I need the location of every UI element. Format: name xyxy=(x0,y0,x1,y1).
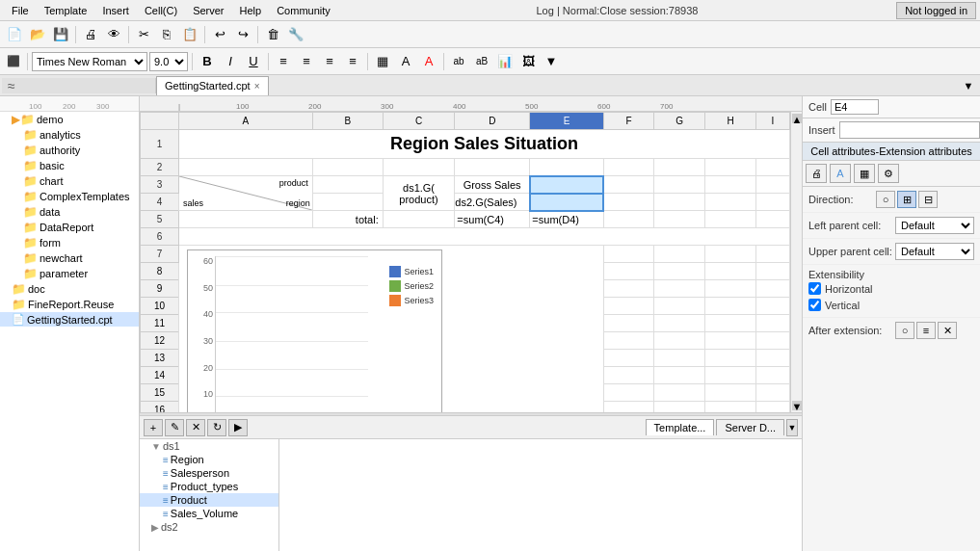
preview-ds-button[interactable]: ▶ xyxy=(228,419,248,436)
new-button[interactable]: 📄 xyxy=(4,24,25,45)
attr-btn-2[interactable]: A xyxy=(830,164,851,183)
cell-I9[interactable] xyxy=(755,280,789,298)
tree-item-form[interactable]: 📁 form xyxy=(0,235,139,250)
cell-F8[interactable] xyxy=(603,263,654,280)
ds1-item[interactable]: ▼ ds1 xyxy=(140,439,278,453)
after-ext-del-btn[interactable]: ✕ xyxy=(938,322,957,339)
cell-H4[interactable] xyxy=(705,194,756,211)
cell-F16[interactable] xyxy=(603,402,654,413)
insert-chart-button[interactable]: 📊 xyxy=(494,51,516,72)
cell-G13[interactable] xyxy=(654,350,705,367)
delete-button[interactable]: 🗑 xyxy=(262,24,283,45)
cell-I7[interactable] xyxy=(755,246,789,263)
more-button[interactable]: ▼ xyxy=(541,51,562,72)
horizontal-checkbox[interactable] xyxy=(808,282,821,295)
cell-G11[interactable] xyxy=(654,315,705,332)
cell-H3[interactable] xyxy=(705,176,756,194)
cell-B2[interactable] xyxy=(312,159,383,176)
cell-I2[interactable] xyxy=(755,159,789,176)
ds1-region-item[interactable]: ≡ Region xyxy=(140,453,278,466)
cell-G16[interactable] xyxy=(654,402,705,413)
cell-I11[interactable] xyxy=(755,315,789,332)
cell-F15[interactable] xyxy=(603,384,654,402)
after-ext-none-btn[interactable]: ○ xyxy=(895,322,914,339)
cell-F12[interactable] xyxy=(603,332,654,350)
cell-C3-ds1g[interactable]: ds1.G(product) xyxy=(383,176,455,211)
bold-button[interactable]: B xyxy=(197,51,218,72)
cell-I4[interactable] xyxy=(755,194,789,211)
cell-row6[interactable] xyxy=(179,228,790,246)
menu-template[interactable]: Template xyxy=(37,3,95,18)
bottom-tab-template[interactable]: Template... xyxy=(646,419,715,435)
col-header-A[interactable]: A xyxy=(179,113,313,130)
cell-I12[interactable] xyxy=(755,332,789,350)
tree-item-chart[interactable]: 📁 chart xyxy=(0,173,139,189)
cell-B3[interactable] xyxy=(312,176,383,194)
cell-G7[interactable] xyxy=(654,246,705,263)
refresh-ds-button[interactable]: ↻ xyxy=(207,419,226,436)
ds1-product-types-item[interactable]: ≡ Product_types xyxy=(140,480,278,493)
tree-item-datareport[interactable]: 📁 DataReport xyxy=(0,220,139,235)
cell-I15[interactable] xyxy=(755,384,789,402)
cell-H5[interactable] xyxy=(705,211,756,228)
cell-F9[interactable] xyxy=(603,280,654,298)
format-button[interactable]: 🔧 xyxy=(285,24,306,45)
cell-B5-total[interactable]: total: xyxy=(312,211,383,228)
dir-grid-btn[interactable]: ⊞ xyxy=(897,191,916,208)
cell-I16[interactable] xyxy=(755,402,789,413)
cell-A3-diagonal[interactable]: product sales region xyxy=(179,176,313,211)
cell-E3[interactable] xyxy=(530,176,603,194)
cell-G9[interactable] xyxy=(654,280,705,298)
col-header-I[interactable]: I xyxy=(755,113,789,130)
tab-menu-button[interactable]: ▼ xyxy=(959,80,978,92)
font-size-select[interactable]: 9.0 xyxy=(149,52,188,71)
cell-F7[interactable] xyxy=(603,246,654,263)
redo-button[interactable]: ↪ xyxy=(232,24,253,45)
save-button[interactable]: 💾 xyxy=(50,24,71,45)
cell-F11[interactable] xyxy=(603,315,654,332)
add-ds-button[interactable]: + xyxy=(144,419,163,436)
tree-item-gettingstarted[interactable]: 📄 GettingStarted.cpt xyxy=(0,312,139,327)
left-parent-select[interactable]: Default xyxy=(895,217,974,234)
align-right-button[interactable]: ≡ xyxy=(319,51,340,72)
tree-item-complex[interactable]: 📁 ComplexTemplates xyxy=(0,189,139,204)
cell-G15[interactable] xyxy=(654,384,705,402)
cell-H9[interactable] xyxy=(705,280,756,298)
cell-H2[interactable] xyxy=(705,159,756,176)
vertical-checkbox[interactable] xyxy=(808,299,821,311)
format-btn2[interactable]: ab xyxy=(448,51,469,72)
bottom-tab-server[interactable]: Server D... xyxy=(716,419,784,435)
cell-E4-selected[interactable] xyxy=(530,194,603,211)
cell-A2[interactable] xyxy=(179,159,313,176)
cell-C5[interactable] xyxy=(383,211,455,228)
edit-ds-button[interactable]: ✎ xyxy=(165,419,184,436)
cell-E5-sumd4[interactable]: =sum(D4) xyxy=(530,211,603,228)
cell-A1-title[interactable]: Region Sales Situation xyxy=(179,130,790,159)
cell-D2[interactable] xyxy=(455,159,530,176)
cell-G2[interactable] xyxy=(654,159,705,176)
undo-button[interactable]: ↩ xyxy=(209,24,230,45)
cell-I8[interactable] xyxy=(755,263,789,280)
cell-I10[interactable] xyxy=(755,298,789,315)
cell-chart-container[interactable]: 60 50 40 30 20 10 0 xyxy=(179,246,604,413)
menu-help[interactable]: Help xyxy=(232,3,270,18)
cell-H14[interactable] xyxy=(705,367,756,384)
cell-F10[interactable] xyxy=(603,298,654,315)
grid-scroll-area[interactable]: A B C D E F G H I xyxy=(140,112,790,412)
cell-H13[interactable] xyxy=(705,350,756,367)
main-tab[interactable]: GettingStarted.cpt × xyxy=(156,76,269,95)
cell-H15[interactable] xyxy=(705,384,756,402)
cell-H12[interactable] xyxy=(705,332,756,350)
menu-cell[interactable]: Cell(C) xyxy=(137,3,185,18)
ds1-product-item[interactable]: ≡ Product xyxy=(140,493,278,507)
cell-F2[interactable] xyxy=(603,159,654,176)
fill-color-button[interactable]: A xyxy=(395,51,416,72)
cell-G8[interactable] xyxy=(654,263,705,280)
cell-A5[interactable] xyxy=(179,211,313,228)
col-header-C[interactable]: C xyxy=(383,113,455,130)
justify-button[interactable]: ≡ xyxy=(342,51,363,72)
tab-close-button[interactable]: × xyxy=(254,81,260,92)
col-header-B[interactable]: B xyxy=(312,113,383,130)
attr-btn-4[interactable]: ⚙ xyxy=(878,164,899,183)
ds2-item[interactable]: ▶ ds2 xyxy=(140,520,278,534)
